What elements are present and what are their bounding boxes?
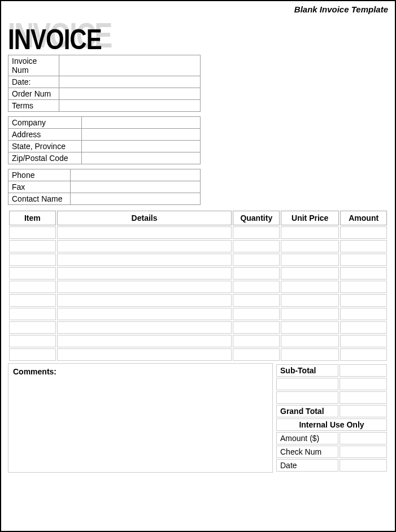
cell-details[interactable] [57,335,232,347]
cell-details[interactable] [57,240,232,252]
phone-field[interactable] [71,169,201,181]
cell-amount[interactable] [340,267,387,280]
cell-details[interactable] [57,281,232,293]
cell-amount[interactable] [340,321,387,334]
cell-amount[interactable] [340,281,387,293]
cell-price[interactable] [281,267,339,280]
terms-field[interactable] [59,100,201,112]
zip-label: Zip/Postal Code [8,152,82,164]
cell-item[interactable] [9,226,56,239]
date-label: Date: [8,76,59,88]
invoice-page: Blank Invoice Template INVOICE INVOICE I… [0,0,396,532]
cell-item[interactable] [9,267,56,280]
cell-qty[interactable] [233,240,280,252]
cell-price[interactable] [281,226,339,239]
cell-price[interactable] [281,294,339,307]
cell-item[interactable] [9,348,56,361]
invoice-logo: INVOICE INVOICE [8,15,388,49]
cell-details[interactable] [57,321,232,334]
cell-details[interactable] [57,348,232,361]
cell-details[interactable] [57,254,232,266]
invoice-num-field[interactable] [59,55,201,76]
internal-amount-label: Amount ($) [276,432,338,444]
cell-item[interactable] [9,308,56,320]
internal-date-label: Date [276,459,338,472]
cell-item[interactable] [9,321,56,334]
cell-qty[interactable] [233,226,280,239]
cell-details[interactable] [57,308,232,320]
cell-amount[interactable] [340,294,387,307]
invoice-num-label: Invoice Num [8,55,59,76]
totals-blank1-label [276,378,338,390]
cell-item[interactable] [9,254,56,266]
line-items-table: Item Details Quantity Unit Price Amount [8,210,388,362]
order-num-field[interactable] [59,88,201,100]
cell-qty[interactable] [233,335,280,347]
cell-price[interactable] [281,308,339,320]
table-row [9,335,387,347]
cell-details[interactable] [57,294,232,307]
cell-item[interactable] [9,294,56,307]
cell-item[interactable] [9,335,56,347]
fax-field[interactable] [71,181,201,193]
internal-date-field[interactable] [340,459,387,472]
cell-qty[interactable] [233,321,280,334]
grand-total-field[interactable] [340,405,387,417]
col-price-header: Unit Price [281,211,339,225]
address-field[interactable] [82,129,201,141]
company-info-block: Company Address State, Province Zip/Post… [8,116,201,164]
cell-qty[interactable] [233,281,280,293]
cell-item[interactable] [9,240,56,252]
cell-amount[interactable] [340,348,387,361]
table-row [9,281,387,293]
col-amount-header: Amount [340,211,387,225]
phone-label: Phone [8,169,71,181]
cell-amount[interactable] [340,335,387,347]
table-row [9,226,387,239]
cell-qty[interactable] [233,308,280,320]
col-details-header: Details [57,211,232,225]
totals-blank2-field[interactable] [340,391,387,404]
internal-amount-field[interactable] [340,432,387,444]
terms-label: Terms [8,100,59,112]
cell-qty[interactable] [233,348,280,361]
cell-amount[interactable] [340,226,387,239]
table-row [9,321,387,334]
cell-price[interactable] [281,335,339,347]
cell-amount[interactable] [340,254,387,266]
date-field[interactable] [59,76,201,88]
cell-details[interactable] [57,226,232,239]
check-num-field[interactable] [340,446,387,458]
state-field[interactable] [82,141,201,152]
company-field[interactable] [82,117,201,129]
cell-price[interactable] [281,348,339,361]
totals-blank2-label [276,391,338,404]
comments-box[interactable]: Comments: [8,363,273,473]
grand-total-label: Grand Total [276,405,338,417]
cell-amount[interactable] [340,308,387,320]
state-label: State, Province [8,141,82,152]
table-row [9,267,387,280]
contact-info-block: Phone Fax Contact Name [8,169,201,205]
template-title: Blank Invoice Template [8,5,388,14]
table-row [9,254,387,266]
cell-price[interactable] [281,281,339,293]
subtotal-field[interactable] [340,364,387,377]
table-row [9,308,387,320]
cell-qty[interactable] [233,254,280,266]
table-row [9,240,387,252]
contact-name-field[interactable] [71,193,201,205]
cell-price[interactable] [281,240,339,252]
cell-amount[interactable] [340,240,387,252]
cell-qty[interactable] [233,294,280,307]
cell-price[interactable] [281,321,339,334]
totals-blank1-field[interactable] [340,378,387,390]
cell-item[interactable] [9,281,56,293]
cell-details[interactable] [57,267,232,280]
cell-price[interactable] [281,254,339,266]
fax-label: Fax [8,181,71,193]
contact-name-label: Contact Name [8,193,71,205]
invoice-info-block: Invoice Num Date: Order Num Terms [8,55,201,112]
zip-field[interactable] [82,152,201,164]
cell-qty[interactable] [233,267,280,280]
